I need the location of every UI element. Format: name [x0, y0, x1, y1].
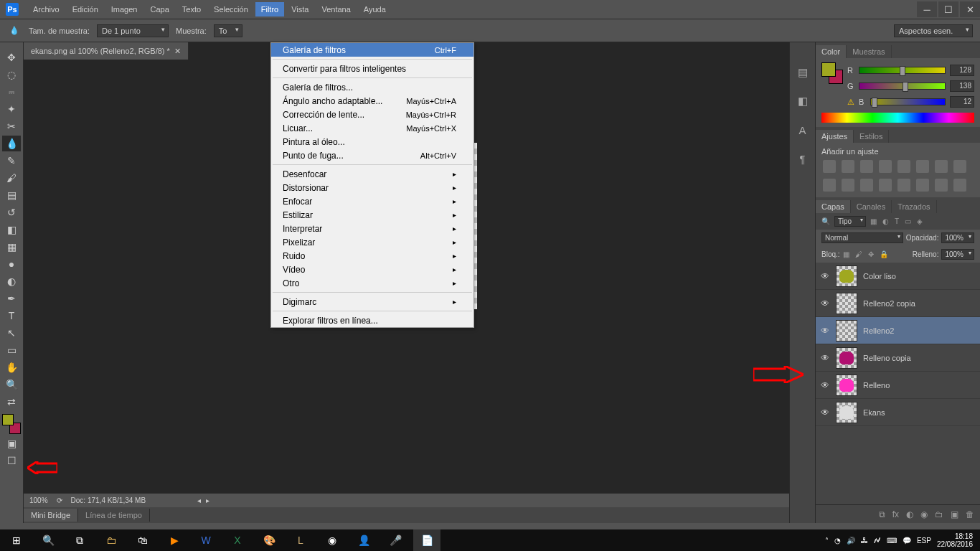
- history-brush-tool-icon[interactable]: ↺: [2, 204, 21, 220]
- filter-lens-correction[interactable]: Corrección de lente...Mayús+Ctrl+R: [271, 108, 473, 121]
- fx-icon[interactable]: fx: [892, 509, 899, 519]
- notepad-icon[interactable]: 📄: [413, 529, 440, 551]
- layer-row[interactable]: 👁Relleno copia: [816, 344, 980, 372]
- adj-curves-icon[interactable]: [860, 160, 873, 173]
- tab-timeline[interactable]: Línea de tiempo: [78, 509, 150, 522]
- visibility-toggle-icon[interactable]: 👁: [820, 408, 830, 418]
- filter-pixel-icon[interactable]: ▦: [870, 217, 877, 225]
- tab-styles[interactable]: Estilos: [854, 130, 889, 143]
- filter-adaptive-wide[interactable]: Ángulo ancho adaptable...Mayús+Ctrl+A: [271, 94, 473, 108]
- tray-app-icon[interactable]: ◔: [834, 537, 841, 545]
- adj-threshold-icon[interactable]: [897, 179, 910, 192]
- menu-filtro[interactable]: Filtro: [255, 2, 284, 17]
- visibility-toggle-icon[interactable]: 👁: [820, 271, 830, 281]
- filter-blur[interactable]: Desenfocar: [271, 167, 473, 181]
- status-nav-icon[interactable]: ◂ ▸: [197, 496, 211, 504]
- adj-invert-icon[interactable]: [860, 179, 873, 192]
- adjustment-layer-icon[interactable]: ◉: [920, 509, 928, 519]
- store-icon[interactable]: 🛍: [129, 529, 156, 551]
- link-layers-icon[interactable]: ⧉: [879, 509, 885, 519]
- r-value[interactable]: 128: [950, 65, 974, 76]
- heal-tool-icon[interactable]: ✎: [2, 153, 21, 169]
- group-icon[interactable]: 🗀: [935, 509, 943, 519]
- zoom-value[interactable]: 100%: [29, 496, 48, 504]
- word-icon[interactable]: W: [192, 529, 220, 551]
- filter-digimarc[interactable]: Digimarc: [271, 295, 473, 309]
- start-button[interactable]: ⊞: [3, 529, 30, 551]
- muestra-dropdown[interactable]: To: [214, 24, 242, 37]
- close-button[interactable]: ✕: [960, 1, 980, 17]
- layer-row[interactable]: 👁Color liso: [816, 263, 980, 290]
- menu-seleccion[interactable]: Selección: [208, 2, 254, 17]
- type-tool-icon[interactable]: T: [2, 308, 21, 324]
- stamp-tool-icon[interactable]: ▤: [2, 187, 21, 203]
- maximize-button[interactable]: ☐: [938, 1, 958, 17]
- eraser-tool-icon[interactable]: ◧: [2, 222, 21, 237]
- mic-icon[interactable]: 🎤: [382, 529, 409, 551]
- properties-panel-icon[interactable]: ◧: [794, 93, 811, 110]
- media-icon[interactable]: ▶: [161, 529, 188, 551]
- menu-texto[interactable]: Texto: [176, 2, 207, 17]
- eyedropper-tool-icon[interactable]: 💧: [2, 136, 21, 151]
- adj-lookup-icon[interactable]: [842, 179, 854, 192]
- chrome-icon[interactable]: ◉: [319, 529, 346, 551]
- new-layer-icon[interactable]: ▣: [951, 509, 958, 519]
- pen-tool-icon[interactable]: ✒: [2, 291, 21, 306]
- tab-layers[interactable]: Capas: [816, 200, 851, 213]
- visibility-toggle-icon[interactable]: 👁: [820, 380, 830, 390]
- visibility-toggle-icon[interactable]: 👁: [820, 326, 830, 336]
- filter-adj-icon[interactable]: ◐: [882, 217, 889, 225]
- filter-vanishing-point[interactable]: Punto de fuga...Alt+Ctrl+V: [271, 149, 473, 162]
- shape-tool-icon[interactable]: ▭: [2, 342, 21, 358]
- language-indicator[interactable]: ESP: [917, 537, 931, 545]
- blend-mode-dropdown[interactable]: Normal: [821, 232, 903, 243]
- adj-bw-icon[interactable]: [935, 160, 948, 173]
- filter-render[interactable]: Interpretar: [271, 222, 473, 235]
- adj-more-icon[interactable]: [953, 179, 966, 192]
- lock-trans-icon[interactable]: ▦: [843, 250, 849, 258]
- foreground-color-swatch[interactable]: [2, 414, 14, 425]
- zoom-tool-icon[interactable]: 🔍: [2, 377, 21, 392]
- path-tool-icon[interactable]: ↖: [2, 325, 21, 341]
- lock-pixel-icon[interactable]: 🖌: [855, 250, 862, 258]
- wand-tool-icon[interactable]: ✦: [2, 101, 21, 117]
- eyedropper-icon[interactable]: 💧: [7, 24, 22, 38]
- menu-capa[interactable]: Capa: [144, 2, 174, 17]
- layer-row[interactable]: 👁Ekans: [816, 399, 980, 426]
- b-slider[interactable]: [870, 98, 946, 105]
- cortana-icon[interactable]: 🔍: [34, 529, 62, 551]
- quickmask-icon[interactable]: ▣: [2, 435, 21, 451]
- menu-imagen[interactable]: Imagen: [105, 2, 143, 17]
- spectrum-picker[interactable]: [821, 113, 974, 123]
- tab-mini-bridge[interactable]: Mini Bridge: [24, 509, 78, 522]
- filter-stylize[interactable]: Estilizar: [271, 208, 473, 222]
- filter-oil-paint[interactable]: Pintura al óleo...: [271, 135, 473, 149]
- adj-hue-icon[interactable]: [916, 160, 929, 173]
- tab-color[interactable]: Color: [816, 45, 847, 58]
- minimize-button[interactable]: ─: [917, 1, 937, 17]
- tab-channels[interactable]: Canales: [851, 200, 892, 213]
- tab-paths[interactable]: Trazados: [892, 200, 936, 213]
- filter-noise[interactable]: Ruido: [271, 249, 473, 263]
- filter-galeria-last[interactable]: Galería de filtrosCtrl+F: [271, 43, 473, 57]
- tab-swatches[interactable]: Muestras: [847, 45, 891, 58]
- filter-other[interactable]: Otro: [271, 276, 473, 290]
- menu-archivo[interactable]: Archivo: [27, 2, 65, 17]
- volume-icon[interactable]: 🔊: [847, 537, 855, 545]
- adj-vibrance-icon[interactable]: [897, 160, 910, 173]
- adj-photo-icon[interactable]: [953, 160, 966, 173]
- clock[interactable]: 18:1822/08/2016: [937, 532, 973, 548]
- layer-kind-dropdown[interactable]: Tipo: [834, 216, 866, 227]
- adj-levels-icon[interactable]: [842, 160, 854, 173]
- blur-tool-icon[interactable]: ●: [2, 256, 21, 272]
- dodge-tool-icon[interactable]: ◐: [2, 273, 21, 289]
- document-tab[interactable]: ekans.png al 100% (Relleno2, RGB/8) * ✕: [24, 42, 189, 60]
- filter-browse-online[interactable]: Explorar filtros en línea...: [271, 314, 473, 327]
- swap-colors-icon[interactable]: ⇄: [2, 394, 21, 410]
- hand-tool-icon[interactable]: ✋: [2, 359, 21, 375]
- opacity-dropdown[interactable]: 100%: [941, 232, 974, 243]
- menu-vista[interactable]: Vista: [286, 2, 314, 17]
- adj-selcolor-icon[interactable]: [935, 179, 948, 192]
- adj-poster-icon[interactable]: [879, 179, 892, 192]
- tray-chevron-icon[interactable]: ˄: [825, 537, 829, 545]
